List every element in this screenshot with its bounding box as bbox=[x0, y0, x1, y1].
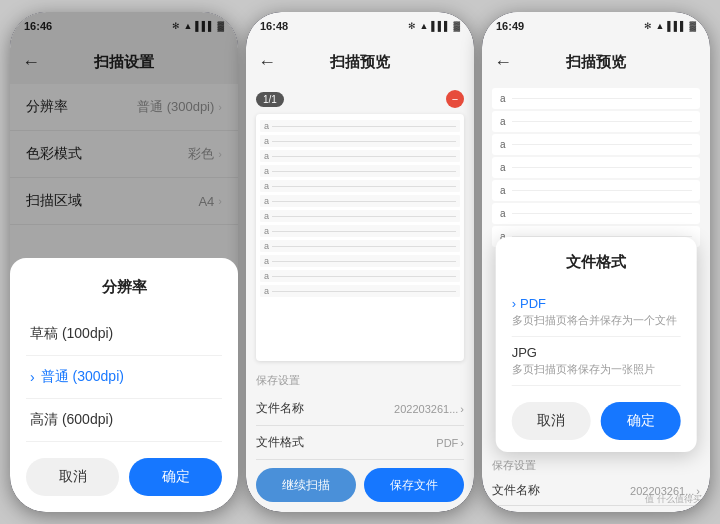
pdf-option-desc: 多页扫描页将合并保存为一个文件 bbox=[512, 313, 681, 328]
status-time-3: 16:49 bbox=[496, 20, 524, 32]
battery-icon-2: ▓ bbox=[453, 21, 460, 31]
watermark: 值 什么值得买 bbox=[645, 493, 702, 506]
save-file-button[interactable]: 保存文件 bbox=[364, 468, 464, 502]
status-bar-3: 16:49 ✻ ▲ ▌▌▌ ▓ bbox=[482, 12, 710, 40]
doc-line-1: a bbox=[260, 120, 460, 132]
filename-row[interactable]: 文件名称 202203261... › bbox=[256, 392, 464, 426]
doc-line-8: a bbox=[260, 225, 460, 237]
fileformat-row[interactable]: 文件格式 PDF › bbox=[256, 426, 464, 460]
doc-line-4: a bbox=[260, 165, 460, 177]
format-modal-title: 文件格式 bbox=[512, 253, 681, 272]
signal-bars-3: ▌▌▌ bbox=[667, 21, 686, 31]
doc-line-9: a bbox=[260, 240, 460, 252]
doc-line-10: a bbox=[260, 255, 460, 267]
signal-icon-3: ✻ bbox=[644, 21, 652, 31]
back-button-3[interactable]: ← bbox=[494, 52, 512, 73]
signal-icon-2: ✻ bbox=[408, 21, 416, 31]
p3-filename-label: 文件名称 bbox=[492, 482, 540, 499]
p3-save-title: 保存设置 bbox=[492, 458, 700, 473]
format-pdf[interactable]: › PDF 多页扫描页将合并保存为一个文件 bbox=[512, 288, 681, 337]
modal-title-1: 分辨率 bbox=[26, 278, 222, 297]
doc-line-5: a bbox=[260, 180, 460, 192]
status-icons-2: ✻ ▲ ▌▌▌ ▓ bbox=[408, 21, 460, 31]
continue-scan-button[interactable]: 继续扫描 bbox=[256, 468, 356, 502]
save-section-2: 保存设置 文件名称 202203261... › 文件格式 PDF › 继续扫描… bbox=[246, 367, 474, 512]
pdf-option-title: › PDF bbox=[512, 296, 681, 311]
pdf-check: › bbox=[512, 296, 516, 311]
phone1-screen: 16:46 ✻ ▲ ▌▌▌ ▓ ← 扫描设置 分辨率 普通 (300dpi) › bbox=[10, 12, 238, 512]
p3-item-2: a bbox=[492, 111, 700, 132]
status-icons-3: ✻ ▲ ▌▌▌ ▓ bbox=[644, 21, 696, 31]
doc-line-3: a bbox=[260, 150, 460, 162]
battery-icon-3: ▓ bbox=[689, 21, 696, 31]
filename-label: 文件名称 bbox=[256, 400, 304, 417]
scan-preview-content: 1/1 − a a a a a a a a a a a a bbox=[246, 84, 474, 367]
p3-item-4: a bbox=[492, 157, 700, 178]
doc-line-12: a bbox=[260, 285, 460, 297]
back-button-2[interactable]: ← bbox=[258, 52, 276, 73]
phone2-screen: 16:48 ✻ ▲ ▌▌▌ ▓ ← 扫描预览 1/1 − a a a a bbox=[246, 12, 474, 512]
header-2: ← 扫描预览 bbox=[246, 40, 474, 84]
page-indicator: 1/1 − bbox=[256, 90, 464, 108]
check-icon: › bbox=[30, 369, 35, 385]
format-modal-buttons: 取消 确定 bbox=[512, 402, 681, 440]
delete-page-button[interactable]: − bbox=[446, 90, 464, 108]
fileformat-label: 文件格式 bbox=[256, 434, 304, 451]
doc-line-7: a bbox=[260, 210, 460, 222]
scan-document: a a a a a a a a a a a a bbox=[256, 114, 464, 361]
modal-overlay-1: 分辨率 草稿 (100dpi) › 普通 (300dpi) 高清 (600dpi… bbox=[10, 12, 238, 512]
wifi-icon-2: ▲ bbox=[419, 21, 428, 31]
action-buttons: 继续扫描 保存文件 bbox=[256, 460, 464, 506]
phone3-screen: 16:49 ✻ ▲ ▌▌▌ ▓ ← 扫描预览 a a a a a a a 保存设… bbox=[482, 12, 710, 512]
phone1-frame: 16:46 ✻ ▲ ▌▌▌ ▓ ← 扫描设置 分辨率 普通 (300dpi) › bbox=[10, 12, 238, 512]
signal-bars-2: ▌▌▌ bbox=[431, 21, 450, 31]
cancel-button-3[interactable]: 取消 bbox=[512, 402, 591, 440]
p3-item-1: a bbox=[492, 88, 700, 109]
p3-item-5: a bbox=[492, 180, 700, 201]
header-3: ← 扫描预览 bbox=[482, 40, 710, 84]
jpg-option-title: JPG bbox=[512, 345, 681, 360]
filename-value: 202203261... › bbox=[394, 403, 464, 415]
option-draft[interactable]: 草稿 (100dpi) bbox=[26, 313, 222, 356]
phone2-frame: 16:48 ✻ ▲ ▌▌▌ ▓ ← 扫描预览 1/1 − a a a a bbox=[246, 12, 474, 512]
status-bar-2: 16:48 ✻ ▲ ▌▌▌ ▓ bbox=[246, 12, 474, 40]
modal-buttons-1: 取消 确定 bbox=[26, 458, 222, 496]
jpg-option-desc: 多页扫描页将保存为一张照片 bbox=[512, 362, 681, 377]
option-hd[interactable]: 高清 (600dpi) bbox=[26, 399, 222, 442]
chevron-filename: › bbox=[460, 403, 464, 415]
fileformat-value: PDF › bbox=[436, 437, 464, 449]
confirm-button-1[interactable]: 确定 bbox=[129, 458, 222, 496]
doc-line-2: a bbox=[260, 135, 460, 147]
p3-item-3: a bbox=[492, 134, 700, 155]
page-title-3: 扫描预览 bbox=[522, 53, 670, 72]
file-format-modal: 文件格式 › PDF 多页扫描页将合并保存为一个文件 JPG 多页扫描页将保存为… bbox=[496, 237, 697, 452]
p3-item-6: a bbox=[492, 203, 700, 224]
page-title-2: 扫描预览 bbox=[286, 53, 434, 72]
phone3-frame: 16:49 ✻ ▲ ▌▌▌ ▓ ← 扫描预览 a a a a a a a 保存设… bbox=[482, 12, 710, 512]
save-title-2: 保存设置 bbox=[256, 373, 464, 388]
doc-line-11: a bbox=[260, 270, 460, 282]
page-badge: 1/1 bbox=[256, 92, 284, 107]
chevron-format: › bbox=[460, 437, 464, 449]
cancel-button-1[interactable]: 取消 bbox=[26, 458, 119, 496]
confirm-button-3[interactable]: 确定 bbox=[601, 402, 680, 440]
wifi-icon-3: ▲ bbox=[655, 21, 664, 31]
resolution-modal: 分辨率 草稿 (100dpi) › 普通 (300dpi) 高清 (600dpi… bbox=[10, 258, 238, 512]
status-time-2: 16:48 bbox=[260, 20, 288, 32]
option-normal[interactable]: › 普通 (300dpi) bbox=[26, 356, 222, 399]
format-jpg[interactable]: JPG 多页扫描页将保存为一张照片 bbox=[512, 337, 681, 386]
doc-line-6: a bbox=[260, 195, 460, 207]
